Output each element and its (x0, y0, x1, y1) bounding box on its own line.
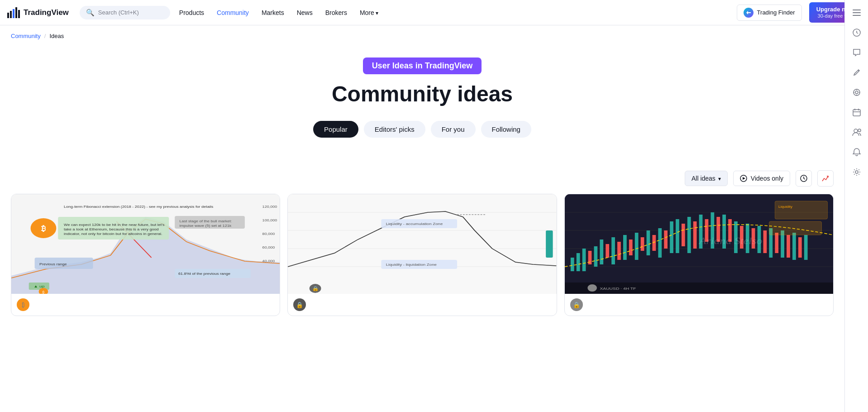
svg-rect-87 (687, 217, 691, 253)
svg-text:indicator, not only for bitcoi: indicator, not only for bitcoin but for … (64, 232, 162, 236)
nav-news[interactable]: News (291, 6, 318, 19)
sidebar-bell-icon[interactable] (848, 143, 866, 161)
svg-point-9 (854, 89, 860, 96)
svg-rect-82 (658, 228, 662, 258)
all-ideas-button[interactable]: All ideas (685, 171, 728, 186)
all-ideas-label: All ideas (692, 175, 715, 182)
svg-text:Ariana Stelso: Ariana Stelso (698, 236, 762, 246)
svg-point-113 (587, 284, 597, 292)
sidebar-target-icon[interactable] (848, 83, 866, 101)
videos-only-button[interactable]: Videos only (733, 171, 790, 186)
card-avatar-1: ₿ (17, 298, 29, 311)
svg-rect-88 (693, 221, 696, 249)
trading-finder-button[interactable]: Trading Finder (737, 5, 802, 21)
chevron-down-icon (376, 9, 378, 16)
nav-more[interactable]: More (354, 6, 384, 19)
svg-rect-15 (853, 110, 860, 116)
sidebar-calendar-icon[interactable] (848, 103, 866, 121)
svg-text:₿: ₿ (42, 291, 45, 294)
breadcrumb-community[interactable]: Community (11, 33, 41, 39)
svg-rect-5 (853, 10, 861, 10)
sidebar-clock-icon[interactable] (848, 24, 866, 42)
svg-text:Liquidity - accumulation Zone: Liquidity - accumulation Zone (386, 222, 443, 226)
svg-text:Liquidity - liquidation Zone: Liquidity - liquidation Zone (386, 263, 437, 267)
svg-point-19 (854, 129, 858, 133)
idea-card-1[interactable]: ₿ We can expect 120k to be hit in the ne… (11, 194, 280, 316)
hero-section: User Ideas in TradingView Community idea… (0, 47, 844, 170)
trading-finder-label: Trading Finder (757, 9, 795, 16)
svg-rect-107 (804, 235, 807, 260)
svg-rect-67 (571, 258, 574, 271)
svg-text:₿: ₿ (41, 224, 46, 232)
breadcrumb-separator: / (44, 33, 46, 39)
tab-following[interactable]: Following (481, 121, 531, 138)
videos-label: Videos only (751, 175, 783, 182)
svg-text:100,000: 100,000 (262, 219, 277, 222)
svg-rect-73 (606, 244, 609, 258)
card-footer-3: 🔒 (565, 294, 833, 316)
nav-community[interactable]: Community (211, 6, 254, 19)
svg-text:Previous range: Previous range (39, 263, 67, 266)
svg-rect-104 (787, 235, 790, 258)
svg-rect-79 (640, 237, 644, 251)
svg-rect-77 (629, 240, 633, 255)
card-chart-3: Liquidity Ariana Stelso XAUUSD · 4H TF (565, 194, 833, 294)
svg-rect-106 (798, 237, 802, 258)
sidebar-settings-icon[interactable] (848, 163, 866, 181)
svg-rect-86 (682, 224, 685, 246)
logo[interactable]: TradingView (7, 7, 69, 18)
svg-rect-83 (664, 230, 668, 249)
logo-icon (7, 7, 21, 18)
sidebar-pen-icon[interactable] (848, 63, 866, 81)
idea-card-2[interactable]: Liquidity - accumulation Zone Liquidity … (287, 194, 557, 316)
card-avatar-2: 🔒 (293, 298, 306, 311)
sidebar-users-icon[interactable] (848, 123, 866, 141)
recent-icon-btn[interactable] (796, 170, 812, 187)
card-chart-1: ₿ We can expect 120k to be hit in the ne… (11, 194, 280, 294)
svg-rect-100 (763, 230, 767, 253)
svg-rect-102 (775, 233, 778, 253)
svg-text:60,000: 60,000 (262, 246, 275, 249)
logo-text: TradingView (24, 8, 69, 17)
svg-rect-85 (676, 219, 679, 253)
svg-text:Liquidity: Liquidity (778, 205, 792, 209)
nav-products[interactable]: Products (174, 6, 210, 19)
svg-rect-1 (10, 11, 12, 18)
sidebar-bars-icon[interactable] (848, 4, 866, 22)
breadcrumb-ideas: Ideas (49, 33, 64, 39)
idea-card-3[interactable]: Liquidity Ariana Stelso XAUUSD · 4H TF 🔒 (564, 194, 834, 316)
svg-text:impulse wave (5) set at 121k: impulse wave (5) set at 121k (179, 224, 232, 228)
svg-rect-69 (582, 249, 586, 271)
svg-text:Long-term Fibonacci extension : Long-term Fibonacci extension (2018 - 20… (64, 205, 213, 209)
card-avatar-3: 🔒 (570, 298, 583, 311)
tab-popular[interactable]: Popular (313, 121, 358, 138)
svg-rect-59 (546, 230, 553, 258)
trending-icon-btn[interactable] (817, 170, 834, 187)
search-box[interactable]: 🔍 Search (Ctrl+K) (80, 6, 170, 19)
search-placeholder: Search (Ctrl+K) (98, 9, 139, 16)
sidebar-chat-icon[interactable] (848, 43, 866, 62)
card-footer-2: 🔒 (288, 294, 556, 316)
svg-text:80,000: 80,000 (262, 232, 275, 236)
tab-for-you[interactable]: For you (431, 121, 476, 138)
card-footer-1: ₿ (11, 294, 280, 316)
svg-rect-0 (7, 13, 9, 18)
svg-rect-71 (594, 246, 597, 267)
svg-rect-68 (576, 253, 580, 271)
svg-rect-72 (600, 240, 603, 264)
svg-rect-75 (617, 242, 621, 260)
nav-markets[interactable]: Markets (256, 6, 290, 19)
svg-text:We can expect 120k to be hit i: We can expect 120k to be hit in the near… (64, 223, 164, 227)
svg-rect-3 (15, 7, 17, 18)
svg-rect-105 (792, 233, 796, 260)
svg-rect-2 (13, 9, 14, 18)
svg-point-20 (858, 129, 861, 132)
breadcrumb: Community / Ideas (0, 25, 844, 47)
tab-editors-picks[interactable]: Editors' picks (364, 121, 425, 138)
filter-tabs: Popular Editors' picks For you Following (7, 121, 837, 138)
all-ideas-chevron (718, 175, 721, 182)
nav-brokers[interactable]: Brokers (320, 6, 353, 19)
svg-text:▲ up: ▲ up (33, 284, 45, 288)
svg-point-10 (855, 91, 858, 94)
svg-text:120,000: 120,000 (262, 205, 277, 209)
